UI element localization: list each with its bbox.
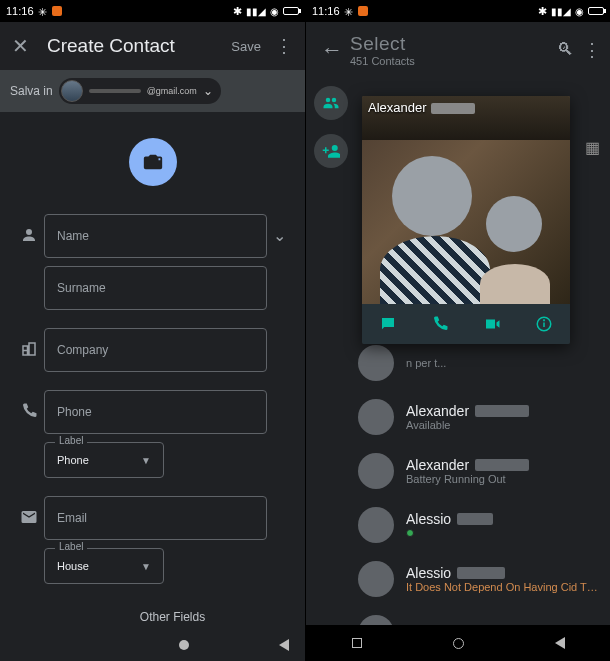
android-nav-bar [306,625,610,661]
phone-icon [20,402,38,420]
preview-actions [362,304,570,344]
account-email-masked [89,89,141,93]
avatar [358,561,394,597]
call-button[interactable] [414,304,466,344]
expand-name-icon[interactable]: ⌄ [267,214,291,245]
bt-icon: ✱ [233,5,242,18]
contact-preview-card: Alexander [362,96,570,344]
email-label-select[interactable]: Label House ▼ [44,548,164,584]
person-icon [20,226,38,244]
contacts-body: ▦ New Nrunno n per t... Alexander Availa… [306,78,610,625]
nav-back-icon[interactable] [555,637,565,649]
bt-icon: ✱ [538,5,547,18]
account-row: Salva in @gmail.com ⌄ [0,70,305,112]
back-icon[interactable]: ← [314,37,350,63]
email-field[interactable]: Email [44,496,267,540]
masked-text [457,513,493,525]
chevron-down-icon: ⌄ [203,84,213,98]
masked-text [475,405,529,417]
right-phone: 11:16 ✳ ✱ ▮▮◢ ◉ ← Select 451 Contacts 🔍︎… [305,0,610,661]
company-field[interactable]: Company [44,328,267,372]
nav-recent-icon[interactable] [352,638,362,648]
nav-home-icon[interactable] [179,640,189,650]
status-dot [406,529,414,537]
wifi-icon: ◉ [575,6,584,17]
phone-label-select[interactable]: Label Phone ▼ [44,442,164,478]
signal-icon: ▮▮◢ [246,6,266,17]
avatar [358,507,394,543]
video-icon [483,315,501,333]
new-contact-button[interactable] [314,134,348,168]
account-chip[interactable]: @gmail.com ⌄ [59,78,221,104]
avatar [358,345,394,381]
svg-point-2 [544,320,545,321]
info-button[interactable] [518,304,570,344]
group-icon [322,94,340,112]
form-body: Name Surname ⌄ Company Phone Label Phone… [0,112,305,661]
overflow-menu-icon[interactable]: ⋮ [580,39,604,61]
list-item[interactable]: Alessio [306,498,610,552]
chat-icon [379,315,397,333]
avatar [358,615,394,625]
phone-field[interactable]: Phone [44,390,267,434]
page-title: Select [350,33,550,55]
preview-photo[interactable] [362,96,570,304]
person-add-icon [322,142,340,160]
phone-icon [431,315,449,333]
dropdown-icon: ▼ [141,455,151,466]
add-photo-button[interactable] [129,138,177,186]
search-icon[interactable]: 🔍︎ [550,40,580,60]
avatar [358,399,394,435]
info-icon [535,315,553,333]
list-item[interactable]: n per t... [306,336,610,390]
status-bar: 11:16 ✳ ✱ ▮▮◢ ◉ [306,0,610,22]
left-phone: 11:16 ✳ ✱ ▮▮◢ ◉ ✕ Create Contact Save ⋮ … [0,0,305,661]
clock: 11:16 [6,5,34,17]
video-call-button[interactable] [466,304,518,344]
close-icon[interactable]: ✕ [12,34,29,58]
contact-count: 451 Contacts [350,55,550,67]
masked-text [475,459,529,471]
account-avatar [61,80,83,102]
nav-home-icon[interactable] [453,638,464,649]
status-bar: 11:16 ✳ ✱ ▮▮◢ ◉ [0,0,305,22]
select-header: ← Select 451 Contacts 🔍︎ ⋮ [306,22,610,78]
message-button[interactable] [362,304,414,344]
notif-icon-app [358,6,368,16]
save-to-label: Salva in [10,84,53,98]
notif-icon: ✳ [344,6,354,16]
masked-text [457,567,505,579]
list-item[interactable]: Alexander Available [306,390,610,444]
overflow-menu-icon[interactable]: ⋮ [275,35,293,57]
notif-icon-app [52,6,62,16]
camera-icon [142,151,164,173]
surname-field[interactable]: Surname [44,266,267,310]
company-icon [20,340,38,358]
name-field[interactable]: Name [44,214,267,258]
new-group-button[interactable] [314,86,348,120]
list-item[interactable]: Alessio It Does Not Depend On Having Cid… [306,552,610,606]
save-button[interactable]: Save [231,39,261,54]
battery-icon [283,7,299,15]
clock: 11:16 [312,5,340,17]
dropdown-icon: ▼ [141,561,151,572]
notif-icon: ✳ [38,6,48,16]
email-icon [20,508,38,526]
battery-icon [588,7,604,15]
android-nav-bar [179,635,289,655]
nav-back-icon[interactable] [279,639,289,651]
avatar [358,453,394,489]
page-title: Create Contact [47,35,231,57]
account-domain: @gmail.com [147,86,197,96]
list-item[interactable]: Alessio [306,606,610,625]
signal-icon: ▮▮◢ [551,6,571,17]
create-contact-header: ✕ Create Contact Save ⋮ [0,22,305,70]
list-item[interactable]: Alexander Battery Running Out [306,444,610,498]
wifi-icon: ◉ [270,6,279,17]
preview-name: Alexander [368,100,475,115]
